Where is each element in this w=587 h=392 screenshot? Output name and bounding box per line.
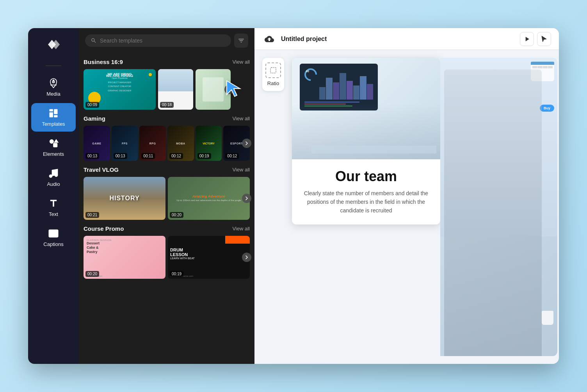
sidebar-media-label: Media [46,91,60,97]
sidebar-item-audio[interactable]: Audio [31,163,76,192]
sidebar-item-templates[interactable]: Templates [31,103,76,132]
bar-chart-area [319,68,373,100]
template-card-history[interactable]: HISTORY 00:21 [84,177,165,220]
preview-card: 80 [292,58,440,225]
section-travel-header: Travel VLOG View all [84,166,250,173]
bar8 [367,84,373,100]
bar3 [333,82,339,100]
duration-game6: 00:12 [225,153,239,159]
sidebar-templates-label: Templates [42,121,65,127]
svg-rect-6 [53,143,57,147]
ratio-dashed-icon [269,66,277,74]
drum-lesson-text: LEARN WITH BEAT [170,257,195,260]
preview-image-top: 80 [292,58,440,159]
history-text: HISTORY [109,195,139,202]
drum-orange-bar [225,236,250,244]
svg-point-7 [50,175,52,178]
game3-text: RPG [149,142,156,145]
course-nav-arrow[interactable] [242,253,251,262]
travel-templates-grid: HISTORY 00:21 Amazing Adventure Up to 10… [84,177,250,220]
template-card-ourteam[interactable]: Our team 00:18 [158,69,193,110]
duration-game2: 00:13 [114,153,127,159]
template-card-game4[interactable]: MOBA 00:12 [167,126,194,161]
cup-element [542,311,553,325]
ratio-panel[interactable]: Ratio [262,58,284,91]
buy-button-element: Buy [540,105,554,112]
sidebar-item-elements[interactable]: Elements [31,133,76,162]
search-icon [91,37,97,44]
gaming-nav-arrow[interactable] [242,139,251,148]
sidebar-item-media[interactable]: Media [31,73,76,102]
svg-rect-1 [50,109,53,112]
course-grid-wrapper: CLASSES SESSION DessertCake &Pastry www.… [84,236,250,279]
section-business-header: Business 16:9 View all [84,59,250,65]
game1-text: GAME [92,142,101,145]
section-business-viewall[interactable]: View all [232,59,250,65]
business-right-cards: Our team 00:18 [158,69,231,110]
section-gaming-viewall[interactable]: View all [232,116,250,121]
sidebar-text-label: Text [49,211,58,217]
filter-button[interactable] [234,34,248,48]
template-card-game3[interactable]: RPG 00:11 [139,126,166,161]
bar7 [360,76,366,100]
cal-cell [548,66,553,68]
template-card-game1[interactable]: GAME 00:13 [84,126,110,161]
play-button[interactable] [520,32,534,46]
template-card-dessert[interactable]: CLASSES SESSION DessertCake &Pastry www.… [84,236,165,279]
sidebar-item-captions[interactable]: Captions [31,223,76,252]
calendar-grid [532,66,553,68]
template-card-game5[interactable]: VICTORY 00:19 [196,126,222,161]
section-course-title: Course Promo [84,225,124,232]
sidebar-elements-label: Elements [43,151,64,157]
sidebar: Media Templates Elements Audio Text Capt… [28,28,79,364]
duration-game3: 00:11 [141,153,155,159]
preview-content: 80 [292,58,557,356]
duration-game1: 00:13 [85,153,99,159]
upload-cloud-icon [265,34,274,44]
side-person-bg: Buy [440,58,557,356]
svg-rect-3 [54,109,57,114]
upload-button[interactable] [262,32,276,46]
drum-text: DRUMLESSON [170,248,188,257]
table-element [311,146,436,153]
course-templates-grid: CLASSES SESSION DessertCake &Pastry www.… [84,236,250,279]
dessert-title: DessertCake &Pastry [87,241,100,254]
svg-rect-2 [50,112,53,118]
meeting-image: 80 [292,58,440,159]
cursor-arrow [223,79,242,100]
cal-cell [537,66,542,68]
project-title: Untitled project [281,36,515,43]
gaming-grid-wrapper: GAME 00:13 FPS 00:13 RPG 00 [84,126,250,161]
preview-team-desc: Clearly state the number of members and … [301,189,431,215]
templates-scroll[interactable]: Business 16:9 View all WE ARE HIRINGOpen… [79,53,254,364]
duration-drum: 00:19 [170,271,183,277]
person-silhouette [444,69,542,356]
cursor-button[interactable] [537,32,551,46]
template-card-game2[interactable]: FPS 00:13 [112,126,138,161]
ourteam-bg [158,69,193,91]
search-input[interactable] [100,37,226,44]
section-travel-title: Travel VLOG [84,166,119,173]
section-travel-viewall[interactable]: View all [232,167,250,173]
template-card-adventure[interactable]: Amazing Adventure Up to 100m/s and test … [168,177,250,220]
section-course-viewall[interactable]: View all [232,226,250,232]
duration-game5: 00:19 [197,153,211,159]
canvas-area: Ratio 80 [254,50,559,364]
template-card-hiring[interactable]: WE ARE HIRINGOpen PositionsPROJECT MANAG… [84,69,156,110]
section-business-title: Business 16:9 [84,59,123,65]
template-card-drum[interactable]: DRUMLESSON LEARN WITH BEAT www.drumsname… [168,236,250,279]
calendar-header [531,62,554,65]
app-logo [45,36,62,55]
game2-text: FPS [122,142,128,145]
travel-nav-arrow[interactable] [242,194,251,203]
search-input-wrapper[interactable] [85,34,231,47]
business-templates-grid: WE ARE HIRINGOpen PositionsPROJECT MANAG… [84,69,250,110]
chart-80-label: 80 [306,70,309,73]
svg-rect-10 [270,68,276,73]
ratio-label: Ratio [267,80,279,86]
svg-point-8 [55,174,58,176]
sidebar-audio-label: Audio [47,181,60,187]
duration-adventure: 00:20 [170,212,183,218]
progress-bar1 [304,102,359,103]
sidebar-item-text[interactable]: Text [31,193,76,222]
